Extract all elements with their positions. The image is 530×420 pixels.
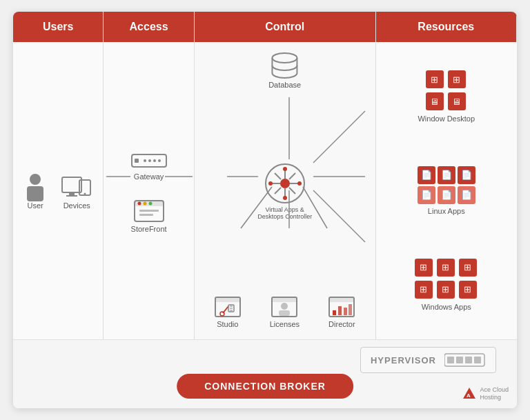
windows-desktop-group: ⊞ ⊞ 🖥 🖥 Window Desktop xyxy=(418,70,475,123)
svg-rect-51 xyxy=(344,308,347,315)
svg-point-12 xyxy=(158,159,161,162)
svg-rect-66 xyxy=(465,357,472,363)
header-access: Access xyxy=(104,12,194,42)
studio-icon-group: Studio xyxy=(215,297,241,328)
access-section: Gateway StoreFront xyxy=(104,42,194,339)
svg-point-10 xyxy=(148,159,151,162)
svg-point-38 xyxy=(220,312,224,316)
svg-rect-49 xyxy=(333,310,336,315)
windows-apps-group: ⊞ ⊞ ⊞ ⊞ ⊞ ⊞ Windows Apps xyxy=(415,259,478,311)
control-database-group: Database xyxy=(268,52,301,89)
winapp-icon-1: ⊞ xyxy=(415,259,433,277)
hypervisor-icon xyxy=(444,352,486,368)
svg-line-27 xyxy=(275,173,281,179)
svg-point-22 xyxy=(280,179,290,188)
devices-icon-group: Devices xyxy=(61,177,92,210)
connection-broker-button[interactable]: CONNECTION BROKER xyxy=(177,374,353,399)
linux-icons: 📄 📄 📄 📄 📄 📄 xyxy=(418,166,475,204)
windows-desktop-icons: ⊞ ⊞ 🖥 🖥 xyxy=(426,70,467,112)
winapp-icon-3: ⊞ xyxy=(459,259,477,277)
svg-rect-64 xyxy=(447,357,454,363)
svg-rect-19 xyxy=(139,214,153,216)
svg-point-9 xyxy=(144,159,146,162)
linux-icon-5: 📄 xyxy=(438,186,455,204)
linux-icon-6: 📄 xyxy=(458,186,475,204)
user-icon-group: User xyxy=(24,172,46,210)
gateway-icon xyxy=(131,149,167,172)
winapp-icon-6: ⊞ xyxy=(459,281,477,299)
studio-icon xyxy=(215,297,241,320)
bottom-area: HYPERVISOR CONNECTION BROKER A Ace Cloud… xyxy=(13,339,517,408)
svg-rect-65 xyxy=(456,357,463,363)
svg-rect-67 xyxy=(474,357,481,363)
svg-rect-48 xyxy=(329,297,354,302)
svg-rect-4 xyxy=(66,195,77,197)
winapp-icon-4: ⊞ xyxy=(415,281,433,299)
svg-rect-52 xyxy=(349,304,352,315)
win-icon-2: ⊞ xyxy=(448,70,466,88)
control-inner: Database xyxy=(195,42,375,339)
users-section: User Devices xyxy=(13,42,104,339)
win-icon-3: 🖥 xyxy=(426,92,444,110)
win-icon-4: 🖥 xyxy=(448,92,466,110)
svg-text:A: A xyxy=(467,392,471,399)
controller-label: Virtual Apps & Desktops Controller xyxy=(254,206,316,220)
linux-icon-1: 📄 xyxy=(418,166,435,184)
hypervisor-label: HYPERVISOR xyxy=(371,355,436,366)
svg-rect-46 xyxy=(279,310,290,316)
content-area: User Devices xyxy=(13,42,517,339)
svg-point-20 xyxy=(273,53,297,63)
linux-icon-2: 📄 xyxy=(438,166,455,184)
svg-point-0 xyxy=(30,174,41,185)
storefront-icon xyxy=(134,200,164,225)
svg-point-6 xyxy=(84,192,86,194)
control-bottom-row: Studio Licenses xyxy=(195,292,375,332)
linux-icon-4: 📄 xyxy=(418,186,435,204)
header-users: Users xyxy=(13,12,104,42)
winapp-icon-2: ⊞ xyxy=(437,259,455,277)
svg-point-17 xyxy=(148,201,152,205)
svg-point-45 xyxy=(281,303,288,310)
linux-apps-group: 📄 📄 📄 📄 📄 📄 Linux Apps xyxy=(418,166,475,215)
ace-logo-text: Ace Cloud Hosting xyxy=(480,386,509,401)
svg-point-32 xyxy=(283,196,287,200)
svg-point-15 xyxy=(137,201,141,205)
controller-group: Virtual Apps & Desktops Controller xyxy=(254,162,316,220)
svg-point-31 xyxy=(283,167,287,171)
win-icon-1: ⊞ xyxy=(426,70,444,88)
winapp-icon-5: ⊞ xyxy=(437,281,455,299)
svg-point-11 xyxy=(153,159,156,162)
columns-header-row: Users Access Control Resources xyxy=(13,12,517,42)
svg-line-28 xyxy=(289,188,295,194)
access-inner: Gateway StoreFront xyxy=(127,145,171,237)
svg-rect-18 xyxy=(139,210,159,212)
users-icons-row: User Devices xyxy=(20,168,96,214)
svg-point-16 xyxy=(143,201,146,205)
hypervisor-box: HYPERVISOR xyxy=(360,347,496,373)
svg-rect-50 xyxy=(338,306,342,315)
resources-inner: ⊞ ⊞ 🖥 🖥 Window Desktop 📄 📄 📄 📄 📄 xyxy=(411,42,482,339)
director-icon-group: Director xyxy=(328,297,355,328)
windows-apps-icons: ⊞ ⊞ ⊞ ⊞ ⊞ ⊞ xyxy=(415,259,478,300)
director-icon xyxy=(328,297,355,320)
svg-point-34 xyxy=(297,181,302,186)
storefront-icon-group: StoreFront xyxy=(131,200,167,233)
database-icon xyxy=(270,52,300,79)
svg-line-29 xyxy=(289,173,295,179)
ace-logo: A Ace Cloud Hosting xyxy=(462,386,509,401)
resources-section: ⊞ ⊞ 🖥 🖥 Window Desktop 📄 📄 📄 📄 📄 xyxy=(376,42,517,339)
devices-icon xyxy=(61,177,92,201)
controller-icon xyxy=(264,162,306,205)
control-section: Database xyxy=(195,42,376,339)
linux-icon-3: 📄 xyxy=(458,166,475,184)
header-resources: Resources xyxy=(376,12,517,42)
diagram-wrapper: Users Access Control Resources xyxy=(13,12,517,408)
svg-line-30 xyxy=(275,188,281,194)
ace-logo-icon: A xyxy=(462,386,477,401)
licenses-icon xyxy=(271,297,297,320)
database-label: Database xyxy=(268,81,301,89)
svg-rect-44 xyxy=(272,297,297,302)
svg-rect-2 xyxy=(62,177,81,192)
licenses-icon-group: Licenses xyxy=(270,297,300,328)
users-inner: User Devices xyxy=(20,168,96,214)
